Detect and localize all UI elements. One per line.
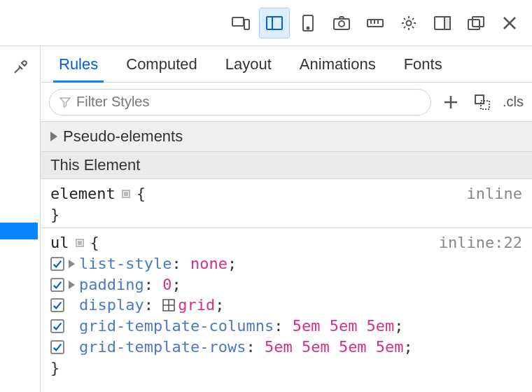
declaration-value[interactable]: 5em 5em 5em bbox=[293, 317, 395, 335]
svg-point-7 bbox=[339, 21, 344, 27]
svg-rect-2 bbox=[267, 17, 282, 29]
declaration-toggle[interactable] bbox=[50, 340, 64, 354]
svg-point-12 bbox=[407, 20, 412, 25]
declaration-value[interactable]: grid bbox=[178, 296, 215, 314]
declaration-value[interactable]: 5em 5em 5em 5em bbox=[265, 338, 404, 356]
rule-block: element{ inline } bbox=[50, 179, 522, 225]
svg-rect-14 bbox=[444, 17, 450, 29]
declaration-property[interactable]: list-style bbox=[79, 255, 172, 272]
device-icon[interactable] bbox=[293, 8, 323, 38]
svg-rect-23 bbox=[481, 101, 489, 109]
devtools-toolbar bbox=[0, 0, 532, 46]
filter-input-wrapper bbox=[49, 89, 431, 115]
dock-side-icon[interactable] bbox=[427, 8, 458, 38]
rule-block: ul{ inline:22 list-style: none; padding:… bbox=[50, 228, 522, 378]
rule-close-brace: } bbox=[50, 204, 522, 225]
settings-icon[interactable] bbox=[393, 8, 424, 38]
rule-close-brace: } bbox=[50, 358, 522, 379]
declaration-value[interactable]: none bbox=[190, 255, 227, 272]
frames-icon[interactable] bbox=[259, 8, 290, 38]
declaration-value[interactable]: 0 bbox=[162, 276, 172, 293]
declaration-property[interactable]: grid-template-columns bbox=[79, 317, 274, 335]
selector-highlight-icon[interactable] bbox=[74, 237, 86, 249]
declaration-property[interactable]: padding bbox=[79, 276, 144, 293]
svg-rect-17 bbox=[472, 17, 484, 27]
styles-panel: Rules Computed Layout Animations Fonts bbox=[41, 46, 532, 392]
declaration-toggle[interactable] bbox=[50, 298, 64, 312]
pseudo-elements-label: Pseudo-elements bbox=[63, 127, 183, 146]
declaration-property[interactable]: grid-template-rows bbox=[79, 338, 246, 356]
breadcrumb-selection-marker bbox=[0, 223, 38, 239]
rule-selector[interactable]: ul{ bbox=[50, 232, 99, 253]
inspector-left-column bbox=[0, 46, 41, 392]
selector-highlight-icon[interactable] bbox=[120, 188, 132, 200]
declaration-row: grid-template-rows: 5em 5em 5em 5em; bbox=[50, 337, 522, 358]
pseudo-elements-header[interactable]: Pseudo-elements bbox=[41, 122, 532, 152]
declaration-row: list-style: none; bbox=[50, 253, 522, 274]
toggle-pseudo-classes-button[interactable] bbox=[470, 90, 496, 115]
declaration-toggle[interactable] bbox=[50, 257, 64, 271]
svg-rect-1 bbox=[244, 20, 249, 29]
toggle-classes-button[interactable]: .cls bbox=[503, 94, 524, 110]
this-element-header: This Element bbox=[41, 152, 532, 179]
inspector-main: Rules Computed Layout Animations Fonts bbox=[0, 46, 532, 392]
rule-source[interactable]: inline bbox=[467, 183, 522, 204]
declaration-toggle[interactable] bbox=[50, 319, 64, 333]
filter-styles-input[interactable] bbox=[76, 94, 421, 110]
disclosure-triangle-icon bbox=[50, 132, 57, 141]
eyedropper-icon[interactable] bbox=[6, 53, 34, 81]
declaration-toggle[interactable] bbox=[50, 278, 64, 292]
svg-rect-22 bbox=[475, 95, 484, 104]
tab-layout[interactable]: Layout bbox=[224, 46, 273, 82]
grid-swatch-icon[interactable] bbox=[162, 299, 175, 312]
rule-source[interactable]: inline:22 bbox=[439, 232, 522, 253]
tab-animations[interactable]: Animations bbox=[298, 46, 377, 82]
tab-computed[interactable]: Computed bbox=[125, 46, 199, 82]
filter-row: .cls bbox=[41, 83, 532, 122]
close-icon[interactable] bbox=[494, 8, 525, 38]
styles-tabs: Rules Computed Layout Animations Fonts bbox=[41, 46, 532, 83]
measure-icon[interactable] bbox=[360, 8, 391, 38]
expand-shorthand-icon[interactable] bbox=[69, 281, 75, 289]
rdm-icon[interactable] bbox=[225, 8, 256, 38]
screenshot-icon[interactable] bbox=[326, 8, 357, 38]
dock-window-icon[interactable] bbox=[461, 8, 491, 38]
rule-header: element{ inline bbox=[50, 183, 522, 204]
rule-selector[interactable]: element{ bbox=[50, 183, 146, 204]
tab-fonts[interactable]: Fonts bbox=[402, 46, 444, 82]
declaration-row: grid-template-columns: 5em 5em 5em; bbox=[50, 316, 522, 337]
rules-list: element{ inline } ul{ inline:22 list-sty… bbox=[41, 179, 532, 392]
svg-point-5 bbox=[307, 27, 309, 29]
add-rule-button[interactable] bbox=[438, 90, 463, 115]
declaration-property[interactable]: display bbox=[79, 296, 144, 314]
svg-rect-16 bbox=[468, 20, 479, 29]
funnel-icon bbox=[59, 97, 71, 108]
expand-shorthand-icon[interactable] bbox=[69, 260, 75, 268]
declaration-row: display: grid; bbox=[50, 295, 522, 316]
declaration-row: padding: 0; bbox=[50, 274, 522, 295]
tab-rules[interactable]: Rules bbox=[57, 46, 99, 82]
rule-header: ul{ inline:22 bbox=[50, 232, 522, 253]
svg-rect-0 bbox=[232, 18, 244, 26]
